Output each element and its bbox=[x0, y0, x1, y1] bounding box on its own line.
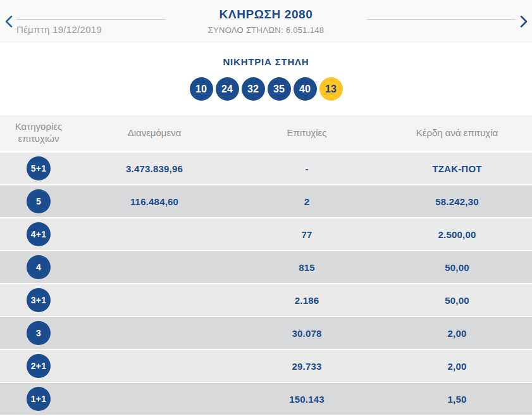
header-right-rule bbox=[367, 19, 516, 20]
table-header-categories: Κατηγορίες επιτυχιών bbox=[8, 121, 69, 145]
category-cell: 4+1 bbox=[0, 222, 77, 246]
winners-cell: 815 bbox=[232, 262, 382, 273]
draw-header: Πέμπτη 19/12/2019 ΚΛΗΡΩΣΗ 2080 ΣΥΝΟΛΟ ΣΤ… bbox=[0, 0, 532, 42]
chevron-right-icon bbox=[520, 15, 528, 28]
winning-number-ball: 40 bbox=[294, 77, 317, 101]
winning-number-value: 13 bbox=[325, 84, 337, 95]
header-left-block: Πέμπτη 19/12/2019 bbox=[16, 19, 166, 35]
winning-number-ball: 32 bbox=[242, 77, 265, 101]
draw-title: ΚΛΗΡΩΣΗ 2080 bbox=[175, 8, 358, 22]
table-row: 3+1 2.186 50,00 bbox=[0, 284, 532, 316]
prize-cell: 2.500,00 bbox=[382, 229, 532, 240]
prize-cell: 50,00 bbox=[382, 262, 532, 273]
category-badge: 3+1 bbox=[27, 288, 51, 312]
table-header-prize: Κέρδη ανά επιτυχία bbox=[382, 127, 532, 139]
winning-number-value: 10 bbox=[195, 84, 207, 95]
results-table: Κατηγορίες επιτυχιών Διανεμόμενα Επιτυχί… bbox=[0, 115, 532, 415]
category-cell: 3 bbox=[0, 321, 77, 345]
winning-number-value: 24 bbox=[221, 84, 233, 95]
table-row: 5 116.484,60 2 58.242,30 bbox=[0, 186, 532, 217]
header-left-rule bbox=[16, 19, 166, 20]
winning-number-ball: 24 bbox=[216, 77, 239, 101]
winners-cell: - bbox=[232, 163, 382, 174]
table-row: 4 815 50,00 bbox=[0, 251, 532, 283]
header-center-block: ΚΛΗΡΩΣΗ 2080 ΣΥΝΟΛΟ ΣΤΗΛΩΝ: 6.051.148 bbox=[175, 0, 358, 35]
winning-number-ball: 10 bbox=[190, 77, 213, 101]
category-badge: 1+1 bbox=[27, 387, 51, 411]
category-badge: 3 bbox=[27, 321, 51, 345]
table-header-winners: Επιτυχίες bbox=[232, 127, 382, 139]
prize-cell: 1,50 bbox=[382, 394, 532, 405]
category-badge: 4+1 bbox=[27, 222, 51, 246]
distributed-cell: 3.473.839,96 bbox=[77, 163, 232, 174]
category-cell: 3+1 bbox=[0, 288, 77, 312]
table-row: 4+1 77 2.500,00 bbox=[0, 218, 532, 250]
prize-cell: ΤΖΑΚ-ΠΟΤ bbox=[382, 163, 532, 174]
winning-number-value: 32 bbox=[247, 84, 259, 95]
distributed-cell: 116.484,60 bbox=[77, 196, 232, 207]
prize-cell: 58.242,30 bbox=[382, 196, 532, 207]
category-cell: 1+1 bbox=[0, 387, 77, 411]
category-badge: 4 bbox=[27, 255, 51, 279]
table-row: 5+1 3.473.839,96 - ΤΖΑΚ-ΠΟΤ bbox=[0, 153, 532, 184]
category-badge: 5 bbox=[27, 189, 51, 213]
draw-date: Πέμπτη 19/12/2019 bbox=[16, 24, 166, 35]
winning-numbers: 10 24 32 35 40 13 bbox=[0, 77, 532, 101]
table-row: 3 30.078 2,00 bbox=[0, 317, 532, 349]
next-draw-button[interactable] bbox=[516, 15, 532, 28]
winners-cell: 150.143 bbox=[232, 394, 382, 405]
winning-column-section: ΝΙΚΗΤΡΙΑ ΣΤΗΛΗ 10 24 32 35 40 13 bbox=[0, 42, 532, 115]
winners-cell: 30.078 bbox=[232, 328, 382, 339]
table-header-distributed: Διανεμόμενα bbox=[77, 127, 232, 139]
prize-cell: 2,00 bbox=[382, 328, 532, 339]
winners-cell: 2.186 bbox=[232, 295, 382, 306]
prize-cell: 2,00 bbox=[382, 361, 532, 372]
category-cell: 4 bbox=[0, 255, 77, 279]
category-cell: 5+1 bbox=[0, 156, 77, 180]
category-cell: 2+1 bbox=[0, 354, 77, 378]
category-badge: 2+1 bbox=[27, 354, 51, 378]
total-columns: ΣΥΝΟΛΟ ΣΤΗΛΩΝ: 6.051.148 bbox=[175, 25, 358, 35]
category-badge: 5+1 bbox=[27, 156, 51, 180]
table-row: 2+1 29.733 2,00 bbox=[0, 350, 532, 382]
header-right-block bbox=[367, 19, 516, 20]
winning-number-ball-bonus: 13 bbox=[319, 77, 343, 101]
prev-draw-button[interactable] bbox=[0, 15, 16, 28]
winning-number-ball: 35 bbox=[268, 77, 291, 101]
category-cell: 5 bbox=[0, 189, 77, 213]
winning-number-value: 40 bbox=[299, 84, 311, 95]
table-row: 1+1 150.143 1,50 bbox=[0, 383, 532, 415]
winners-cell: 29.733 bbox=[232, 361, 382, 372]
winners-cell: 77 bbox=[232, 229, 382, 240]
winners-cell: 2 bbox=[232, 196, 382, 207]
chevron-left-icon bbox=[4, 15, 13, 28]
winning-number-value: 35 bbox=[273, 84, 285, 95]
table-header-row: Κατηγορίες επιτυχιών Διανεμόμενα Επιτυχί… bbox=[0, 115, 532, 151]
winning-column-title: ΝΙΚΗΤΡΙΑ ΣΤΗΛΗ bbox=[0, 56, 532, 67]
prize-cell: 50,00 bbox=[382, 295, 532, 306]
